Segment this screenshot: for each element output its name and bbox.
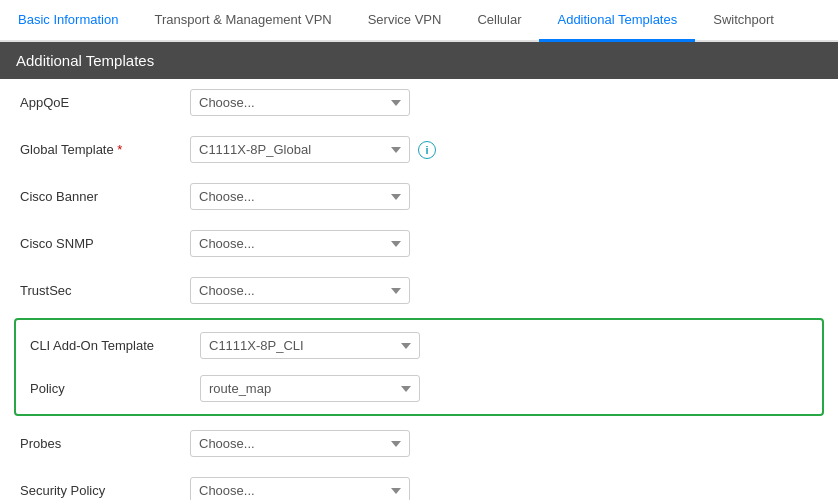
- trustsec-row: TrustSec Choose...: [0, 267, 838, 314]
- global-template-info-icon[interactable]: i: [418, 141, 436, 159]
- security-policy-row: Security Policy Choose...: [0, 467, 838, 500]
- cisco-banner-label: Cisco Banner: [20, 189, 190, 204]
- form-area: AppQoE Choose... Global Template * C1111…: [0, 79, 838, 500]
- tab-transport-management-vpn[interactable]: Transport & Management VPN: [136, 0, 349, 42]
- tab-service-vpn[interactable]: Service VPN: [350, 0, 460, 42]
- probes-row: Probes Choose...: [0, 420, 838, 467]
- global-template-control: C1111X-8P_Global i: [190, 136, 436, 163]
- required-indicator: *: [117, 142, 122, 157]
- cisco-snmp-select[interactable]: Choose...: [190, 230, 410, 257]
- section-header: Additional Templates: [0, 42, 838, 79]
- tab-basic-information[interactable]: Basic Information: [0, 0, 136, 42]
- highlighted-section: CLI Add-On Template C1111X-8P_CLI Policy…: [14, 318, 824, 416]
- trustsec-control: Choose...: [190, 277, 410, 304]
- cisco-snmp-row: Cisco SNMP Choose...: [0, 220, 838, 267]
- policy-row: Policy route_map: [16, 367, 822, 410]
- cisco-snmp-label: Cisco SNMP: [20, 236, 190, 251]
- appqoe-control: Choose...: [190, 89, 410, 116]
- security-policy-label: Security Policy: [20, 483, 190, 498]
- cisco-snmp-control: Choose...: [190, 230, 410, 257]
- trustsec-label: TrustSec: [20, 283, 190, 298]
- cli-addon-label: CLI Add-On Template: [30, 338, 200, 353]
- security-policy-select[interactable]: Choose...: [190, 477, 410, 500]
- cli-addon-row: CLI Add-On Template C1111X-8P_CLI: [16, 324, 822, 367]
- cli-addon-select[interactable]: C1111X-8P_CLI: [200, 332, 420, 359]
- appqoe-row: AppQoE Choose...: [0, 79, 838, 126]
- global-template-row: Global Template * C1111X-8P_Global i: [0, 126, 838, 173]
- section-title: Additional Templates: [16, 52, 154, 69]
- probes-label: Probes: [20, 436, 190, 451]
- trustsec-select[interactable]: Choose...: [190, 277, 410, 304]
- probes-select[interactable]: Choose...: [190, 430, 410, 457]
- tab-additional-templates[interactable]: Additional Templates: [539, 0, 695, 42]
- policy-select[interactable]: route_map: [200, 375, 420, 402]
- cli-addon-control: C1111X-8P_CLI: [200, 332, 420, 359]
- appqoe-label: AppQoE: [20, 95, 190, 110]
- global-template-label: Global Template *: [20, 142, 190, 157]
- cisco-banner-row: Cisco Banner Choose...: [0, 173, 838, 220]
- cisco-banner-select[interactable]: Choose...: [190, 183, 410, 210]
- policy-control: route_map: [200, 375, 420, 402]
- tab-cellular[interactable]: Cellular: [459, 0, 539, 42]
- appqoe-select[interactable]: Choose...: [190, 89, 410, 116]
- security-policy-control: Choose...: [190, 477, 410, 500]
- tab-switchport[interactable]: Switchport: [695, 0, 792, 42]
- policy-label: Policy: [30, 381, 200, 396]
- probes-control: Choose...: [190, 430, 410, 457]
- cisco-banner-control: Choose...: [190, 183, 410, 210]
- tab-bar: Basic Information Transport & Management…: [0, 0, 838, 42]
- global-template-select[interactable]: C1111X-8P_Global: [190, 136, 410, 163]
